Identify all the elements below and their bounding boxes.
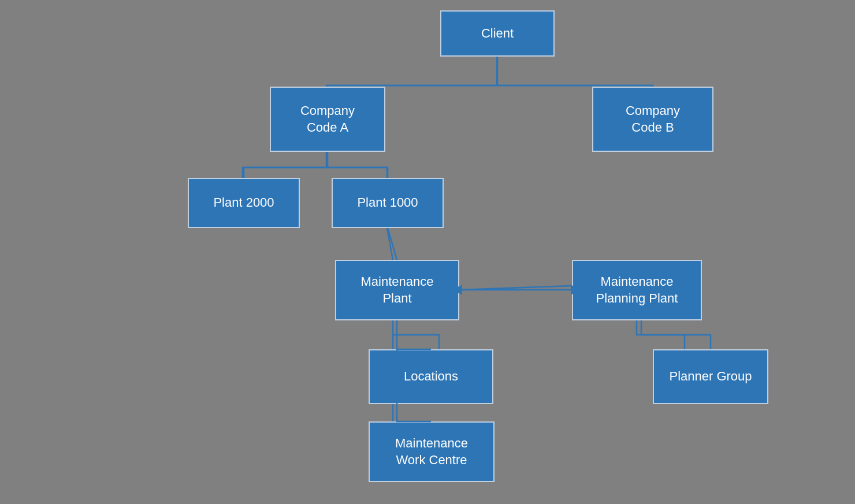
svg-line-0 — [387, 228, 393, 260]
node-company-a: CompanyCode A — [270, 87, 385, 152]
node-plant-2000: Plant 2000 — [188, 178, 300, 228]
node-company-b: CompanyCode B — [592, 87, 713, 152]
node-maintenance-plant: MaintenancePlant — [335, 260, 459, 320]
node-plant-1000: Plant 1000 — [332, 178, 444, 228]
diagram-container: Client CompanyCode A CompanyCode B Plant… — [0, 0, 855, 504]
node-locations: Locations — [369, 349, 493, 404]
node-planner-group: Planner Group — [653, 349, 768, 404]
svg-line-2 — [459, 286, 572, 290]
node-maintenance-planning-plant: MaintenancePlanning Plant — [572, 260, 702, 320]
node-client: Client — [440, 10, 555, 57]
node-maintenance-work-centre: MaintenanceWork Centre — [369, 421, 495, 482]
